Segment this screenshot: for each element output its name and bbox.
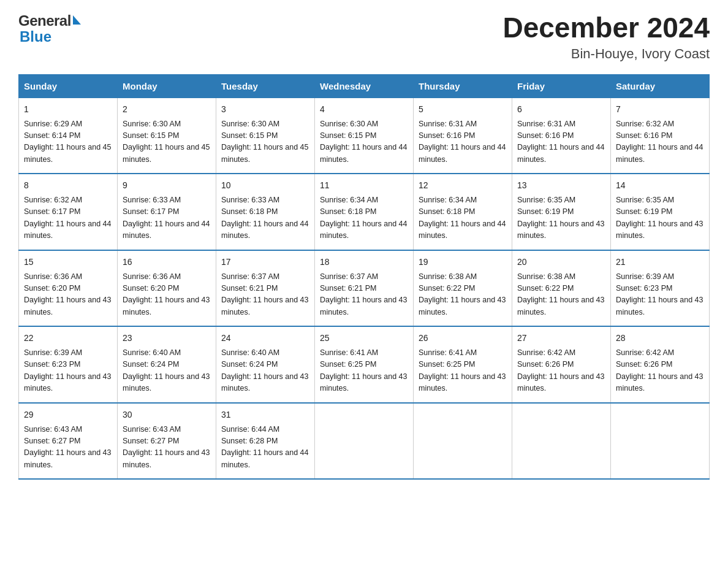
column-header-monday: Monday [118,74,216,98]
day-info: Sunrise: 6:39 AMSunset: 6:23 PMDaylight:… [616,272,703,316]
day-number: 1 [24,103,112,116]
day-info: Sunrise: 6:42 AMSunset: 6:26 PMDaylight:… [517,348,604,393]
day-number: 30 [123,408,211,421]
calendar-week-5: 29 Sunrise: 6:43 AMSunset: 6:27 PMDaylig… [19,403,710,480]
day-info: Sunrise: 6:43 AMSunset: 6:27 PMDaylight:… [24,425,111,469]
calendar-cell: 13 Sunrise: 6:35 AMSunset: 6:19 PMDaylig… [512,174,611,250]
calendar-cell: 4 Sunrise: 6:30 AMSunset: 6:15 PMDayligh… [315,98,414,174]
day-number: 21 [616,256,704,269]
day-number: 7 [616,103,704,116]
calendar-cell: 27 Sunrise: 6:42 AMSunset: 6:26 PMDaylig… [512,326,611,403]
calendar-cell: 26 Sunrise: 6:41 AMSunset: 6:25 PMDaylig… [414,326,512,403]
day-info: Sunrise: 6:34 AMSunset: 6:18 PMDaylight:… [320,196,407,240]
column-header-thursday: Thursday [414,74,512,98]
day-number: 16 [123,256,211,269]
calendar-cell: 1 Sunrise: 6:29 AMSunset: 6:14 PMDayligh… [19,98,118,174]
day-info: Sunrise: 6:32 AMSunset: 6:16 PMDaylight:… [616,120,703,164]
day-number: 8 [24,179,112,192]
calendar-week-1: 1 Sunrise: 6:29 AMSunset: 6:14 PMDayligh… [19,98,710,174]
day-info: Sunrise: 6:43 AMSunset: 6:27 PMDaylight:… [123,425,210,469]
day-number: 23 [123,332,211,345]
calendar-cell: 24 Sunrise: 6:40 AMSunset: 6:24 PMDaylig… [216,326,315,403]
calendar-cell [414,403,512,480]
day-number: 20 [517,256,605,269]
logo-blue-text: Blue [20,28,51,45]
calendar-cell [611,403,710,480]
calendar-week-4: 22 Sunrise: 6:39 AMSunset: 6:23 PMDaylig… [19,326,710,403]
calendar-cell: 23 Sunrise: 6:40 AMSunset: 6:24 PMDaylig… [118,326,216,403]
day-info: Sunrise: 6:40 AMSunset: 6:24 PMDaylight:… [123,348,210,393]
day-info: Sunrise: 6:37 AMSunset: 6:21 PMDaylight:… [320,272,407,316]
calendar-week-2: 8 Sunrise: 6:32 AMSunset: 6:17 PMDayligh… [19,174,710,250]
logo-general-text: General [18,12,71,29]
calendar-cell: 19 Sunrise: 6:38 AMSunset: 6:22 PMDaylig… [414,250,512,327]
day-info: Sunrise: 6:34 AMSunset: 6:18 PMDaylight:… [419,196,506,240]
calendar-cell: 17 Sunrise: 6:37 AMSunset: 6:21 PMDaylig… [216,250,315,327]
day-info: Sunrise: 6:38 AMSunset: 6:22 PMDaylight:… [419,272,506,316]
day-number: 17 [221,256,309,269]
column-header-wednesday: Wednesday [315,74,414,98]
calendar-cell: 14 Sunrise: 6:35 AMSunset: 6:19 PMDaylig… [611,174,710,250]
day-number: 12 [419,179,507,192]
day-number: 2 [123,103,211,116]
page-subtitle: Bin-Houye, Ivory Coast [502,46,710,62]
day-info: Sunrise: 6:35 AMSunset: 6:19 PMDaylight:… [616,196,703,240]
day-number: 5 [419,103,507,116]
calendar-cell: 21 Sunrise: 6:39 AMSunset: 6:23 PMDaylig… [611,250,710,327]
day-number: 3 [221,103,309,116]
calendar-week-3: 15 Sunrise: 6:36 AMSunset: 6:20 PMDaylig… [19,250,710,327]
day-number: 25 [320,332,408,345]
calendar-cell: 15 Sunrise: 6:36 AMSunset: 6:20 PMDaylig… [19,250,118,327]
day-info: Sunrise: 6:35 AMSunset: 6:19 PMDaylight:… [517,196,604,240]
day-info: Sunrise: 6:30 AMSunset: 6:15 PMDaylight:… [123,120,210,164]
calendar-cell: 31 Sunrise: 6:44 AMSunset: 6:28 PMDaylig… [216,403,315,480]
calendar-cell: 29 Sunrise: 6:43 AMSunset: 6:27 PMDaylig… [19,403,118,480]
calendar-cell: 7 Sunrise: 6:32 AMSunset: 6:16 PMDayligh… [611,98,710,174]
day-number: 27 [517,332,605,345]
day-info: Sunrise: 6:40 AMSunset: 6:24 PMDaylight:… [221,348,308,393]
day-number: 31 [221,408,309,421]
calendar-cell: 9 Sunrise: 6:33 AMSunset: 6:17 PMDayligh… [118,174,216,250]
column-header-tuesday: Tuesday [216,74,315,98]
day-number: 22 [24,332,112,345]
calendar-cell [512,403,611,480]
column-header-saturday: Saturday [611,74,710,98]
calendar-cell: 16 Sunrise: 6:36 AMSunset: 6:20 PMDaylig… [118,250,216,327]
day-number: 26 [419,332,507,345]
column-header-friday: Friday [512,74,611,98]
day-info: Sunrise: 6:30 AMSunset: 6:15 PMDaylight:… [320,120,407,164]
day-number: 11 [320,179,408,192]
day-info: Sunrise: 6:37 AMSunset: 6:21 PMDaylight:… [221,272,308,316]
day-info: Sunrise: 6:31 AMSunset: 6:16 PMDaylight:… [419,120,506,164]
day-number: 10 [221,179,309,192]
day-info: Sunrise: 6:42 AMSunset: 6:26 PMDaylight:… [616,348,703,393]
day-info: Sunrise: 6:30 AMSunset: 6:15 PMDaylight:… [221,120,308,164]
day-info: Sunrise: 6:33 AMSunset: 6:18 PMDaylight:… [221,196,308,240]
day-number: 14 [616,179,704,192]
day-number: 19 [419,256,507,269]
day-info: Sunrise: 6:31 AMSunset: 6:16 PMDaylight:… [517,120,604,164]
day-number: 28 [616,332,704,345]
day-number: 4 [320,103,408,116]
calendar-cell: 30 Sunrise: 6:43 AMSunset: 6:27 PMDaylig… [118,403,216,480]
calendar-cell: 6 Sunrise: 6:31 AMSunset: 6:16 PMDayligh… [512,98,611,174]
page-header: General Blue December 2024 Bin-Houye, Iv… [18,12,710,62]
day-info: Sunrise: 6:38 AMSunset: 6:22 PMDaylight:… [517,272,604,316]
calendar-cell: 18 Sunrise: 6:37 AMSunset: 6:21 PMDaylig… [315,250,414,327]
calendar-cell: 11 Sunrise: 6:34 AMSunset: 6:18 PMDaylig… [315,174,414,250]
logo: General Blue [18,12,81,45]
day-number: 9 [123,179,211,192]
calendar-cell: 28 Sunrise: 6:42 AMSunset: 6:26 PMDaylig… [611,326,710,403]
column-header-sunday: Sunday [19,74,118,98]
calendar-cell: 25 Sunrise: 6:41 AMSunset: 6:25 PMDaylig… [315,326,414,403]
day-number: 24 [221,332,309,345]
day-number: 18 [320,256,408,269]
calendar-cell: 3 Sunrise: 6:30 AMSunset: 6:15 PMDayligh… [216,98,315,174]
day-info: Sunrise: 6:32 AMSunset: 6:17 PMDaylight:… [24,196,111,240]
calendar-body: 1 Sunrise: 6:29 AMSunset: 6:14 PMDayligh… [19,98,710,479]
calendar-cell [315,403,414,480]
calendar-cell: 2 Sunrise: 6:30 AMSunset: 6:15 PMDayligh… [118,98,216,174]
day-info: Sunrise: 6:29 AMSunset: 6:14 PMDaylight:… [24,120,111,164]
title-block: December 2024 Bin-Houye, Ivory Coast [502,12,710,62]
calendar-cell: 22 Sunrise: 6:39 AMSunset: 6:23 PMDaylig… [19,326,118,403]
